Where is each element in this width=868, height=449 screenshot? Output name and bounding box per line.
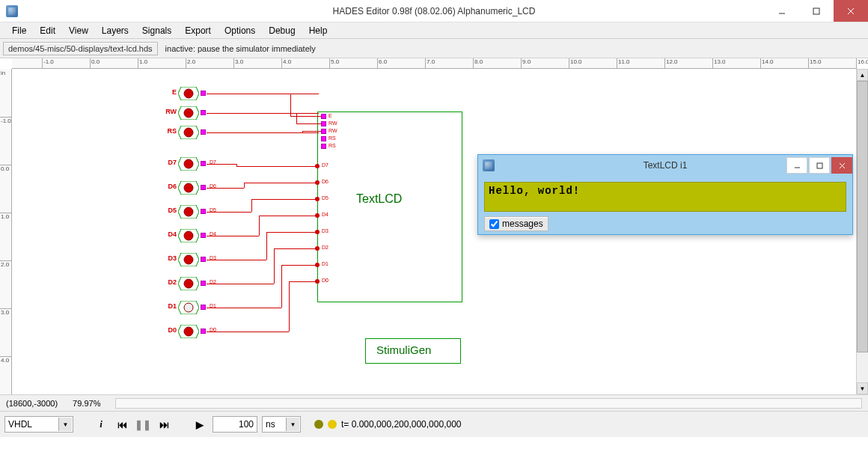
pause-button[interactable]: ❚❚ xyxy=(135,416,151,433)
port-label: D3 xyxy=(322,228,328,233)
schematic-canvas[interactable]: TextLCD StimuliGen ERWRSD7D6D5D4D3D2D1D0… xyxy=(12,69,856,394)
pin-label: RS xyxy=(167,127,177,135)
port-square-icon xyxy=(321,136,326,141)
port-label: D6 xyxy=(322,179,328,184)
menu-bar: File Edit View Layers Signals Export Opt… xyxy=(0,22,868,39)
textlcd-component[interactable] xyxy=(317,112,462,302)
pin-square-icon xyxy=(201,329,206,334)
step-unit-value: ns xyxy=(266,419,275,430)
wire xyxy=(289,281,290,332)
input-pin-d4[interactable]: D4 xyxy=(178,229,199,242)
wire xyxy=(207,308,281,308)
port-square-icon xyxy=(321,144,326,149)
wire xyxy=(266,232,317,233)
menu-signals[interactable]: Signals xyxy=(136,24,177,37)
input-pin-d3[interactable]: D3 xyxy=(178,253,199,266)
sub-minimize-button[interactable] xyxy=(786,157,807,174)
port-label: D2 xyxy=(322,245,328,250)
input-pin-d7[interactable]: D7 xyxy=(178,157,199,171)
scroll-down-arrow-icon[interactable]: ▼ xyxy=(857,382,868,394)
pin-square-icon xyxy=(201,110,206,115)
input-pin-d5[interactable]: D5 xyxy=(178,205,199,219)
input-pin-d1[interactable]: D1 xyxy=(178,301,199,314)
port-label: E xyxy=(328,113,332,118)
menu-edit[interactable]: Edit xyxy=(34,24,61,37)
minimize-button[interactable] xyxy=(765,0,799,22)
stimuligen-label: StimuliGen xyxy=(376,343,431,356)
port-square-icon xyxy=(321,121,326,126)
input-pin-rs[interactable]: RS xyxy=(178,126,199,139)
fastforward-button[interactable]: ⏭ xyxy=(156,416,172,433)
pin-square-icon xyxy=(201,305,206,310)
wire xyxy=(290,116,321,117)
pin-label: D0 xyxy=(168,326,177,334)
menu-options[interactable]: Options xyxy=(218,24,261,37)
sub-maximize-button[interactable] xyxy=(809,157,830,174)
file-path[interactable]: demos/45-misc/50-displays/text-lcd.hds xyxy=(3,42,158,55)
messages-checkbox-input[interactable] xyxy=(489,219,499,229)
pin-square-icon xyxy=(201,185,206,190)
zoom-level: 79.97% xyxy=(73,399,100,408)
svg-point-7 xyxy=(184,109,193,117)
input-pin-d2[interactable]: D2 xyxy=(178,277,199,290)
status-light-amber-icon xyxy=(314,420,323,429)
lcd-display: Hello, world! xyxy=(484,182,846,212)
wire xyxy=(207,332,289,332)
menu-help[interactable]: Help xyxy=(303,24,334,37)
pin-square-icon xyxy=(201,209,206,214)
wire xyxy=(244,183,317,183)
pin-label: D1 xyxy=(168,302,177,310)
port-label: D1 xyxy=(322,261,328,266)
vertical-scrollbar[interactable]: ▲ ▼ xyxy=(856,69,868,394)
wire xyxy=(207,113,319,114)
wire xyxy=(274,248,275,284)
wire xyxy=(296,113,297,123)
maximize-button[interactable] xyxy=(799,0,834,22)
svg-rect-1 xyxy=(813,8,819,14)
close-button[interactable] xyxy=(834,0,868,22)
dropdown-arrow-icon[interactable]: ▼ xyxy=(286,418,299,431)
messages-checkbox[interactable]: messages xyxy=(484,216,548,231)
textlcd-label: TextLCD xyxy=(356,192,402,206)
control-bar: VHDL ▼ i ⏮ ❚❚ ⏭ ▶ ns ▼ t= 0.000,000,200,… xyxy=(0,412,868,437)
step-value-input[interactable] xyxy=(213,416,257,433)
svg-point-23 xyxy=(184,303,193,312)
messages-checkbox-label: messages xyxy=(502,219,543,229)
subwindow-body: Hello, world! messages xyxy=(478,176,852,237)
canvas-area: -1.00.01.02.03.04.05.06.07.08.09.010.011… xyxy=(0,58,868,395)
wire xyxy=(289,281,317,282)
window-title: HADES Editor 0.98f (08.02.06) Alphanumer… xyxy=(0,6,868,16)
dropdown-arrow-icon[interactable]: ▼ xyxy=(58,418,72,431)
input-pin-d0[interactable]: D0 xyxy=(178,325,199,338)
subwindow-titlebar[interactable]: TextLCD i1 xyxy=(478,155,852,176)
input-pin-e[interactable]: E xyxy=(178,87,199,100)
status-ruler xyxy=(115,398,862,409)
menu-layers[interactable]: Layers xyxy=(96,24,135,37)
port-label: D7 xyxy=(322,162,328,168)
svg-point-17 xyxy=(184,231,193,240)
scroll-up-arrow-icon[interactable]: ▲ xyxy=(857,69,868,81)
language-select[interactable]: VHDL ▼ xyxy=(4,416,73,433)
scroll-track[interactable] xyxy=(857,81,868,382)
menu-view[interactable]: View xyxy=(63,24,94,37)
menu-debug[interactable]: Debug xyxy=(263,24,301,37)
wire xyxy=(281,265,282,308)
input-pin-d6[interactable]: D6 xyxy=(178,181,199,195)
textlcd-subwindow[interactable]: TextLCD i1 Hello, world! messages xyxy=(477,154,853,235)
wire xyxy=(266,232,267,260)
menu-export[interactable]: Export xyxy=(179,24,217,37)
play-button[interactable]: ▶ xyxy=(192,416,208,433)
window-titlebar: HADES Editor 0.98f (08.02.06) Alphanumer… xyxy=(0,0,868,22)
wire xyxy=(236,166,317,167)
rewind-button[interactable]: ⏮ xyxy=(114,416,130,433)
sub-close-button[interactable] xyxy=(831,157,852,174)
java-icon xyxy=(6,5,18,17)
svg-rect-27 xyxy=(817,163,822,168)
step-unit-select[interactable]: ns ▼ xyxy=(262,416,301,433)
menu-file[interactable]: File xyxy=(6,24,32,37)
info-button[interactable]: i xyxy=(93,416,109,433)
svg-point-11 xyxy=(184,159,193,168)
input-pin-rw[interactable]: RW xyxy=(178,106,199,120)
wire xyxy=(259,216,260,236)
scroll-thumb[interactable] xyxy=(857,81,868,352)
